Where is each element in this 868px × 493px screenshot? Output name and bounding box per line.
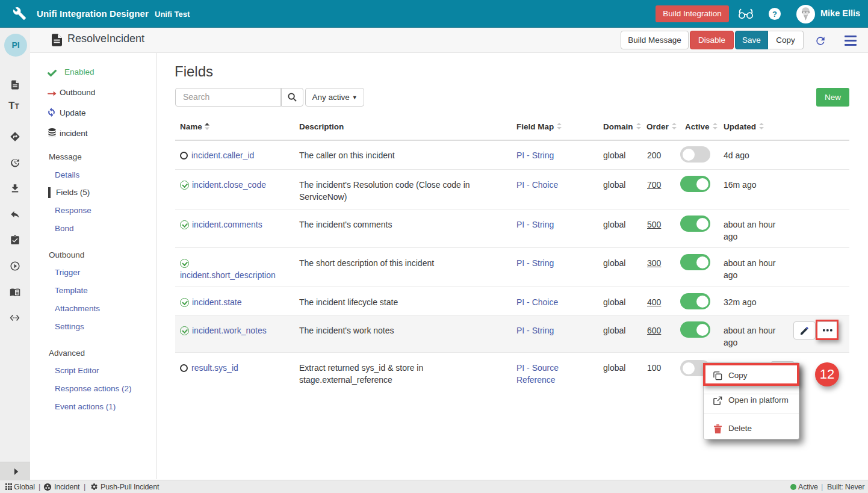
svg-text:?: ? [772, 10, 777, 19]
